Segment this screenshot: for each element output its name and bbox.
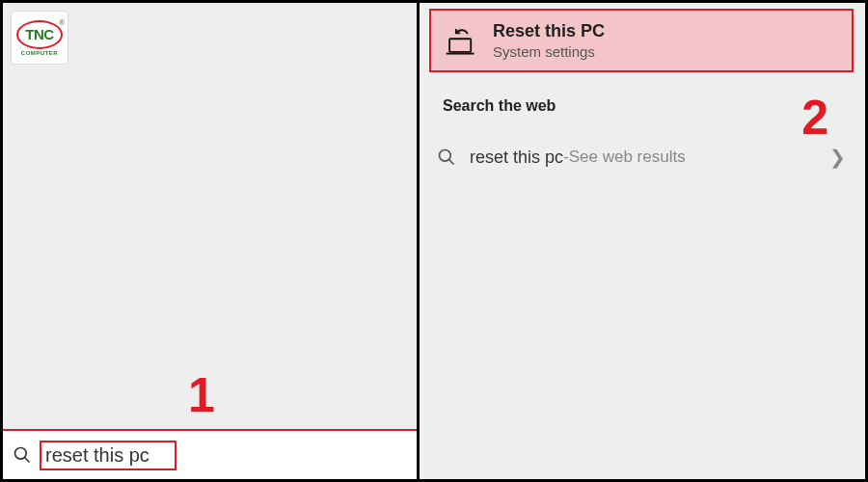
best-match-result[interactable]: Reset this PC System settings — [429, 9, 854, 72]
step-2-panel: Reset this PC System settings Search the… — [420, 3, 865, 479]
best-match-title: Reset this PC — [493, 21, 605, 41]
search-web-header: Search the web — [443, 97, 556, 115]
search-highlight-box — [40, 441, 176, 470]
best-match-subtitle: System settings — [493, 43, 605, 60]
tnc-logo: TNC COMPUTER — [11, 11, 68, 65]
web-result-query: reset this pc — [470, 147, 563, 168]
step-number-1: 1 — [188, 367, 215, 423]
search-icon — [13, 445, 32, 465]
taskbar-search[interactable] — [3, 429, 417, 479]
svg-line-1 — [25, 458, 30, 463]
svg-point-0 — [15, 448, 27, 460]
logo-brand: TNC — [25, 26, 53, 42]
web-search-result[interactable]: reset this pc - See web results ❯ — [437, 136, 852, 178]
chevron-right-icon: ❯ — [829, 146, 852, 169]
reset-pc-icon — [445, 24, 477, 57]
logo-subline: COMPUTER — [21, 50, 58, 56]
svg-point-5 — [440, 150, 451, 162]
step-1-panel: TNC COMPUTER 1 — [3, 3, 420, 479]
web-result-hint: See web results — [569, 147, 686, 167]
search-input[interactable] — [45, 444, 171, 467]
svg-rect-2 — [449, 39, 471, 52]
svg-line-6 — [449, 160, 454, 165]
search-icon — [437, 147, 456, 167]
